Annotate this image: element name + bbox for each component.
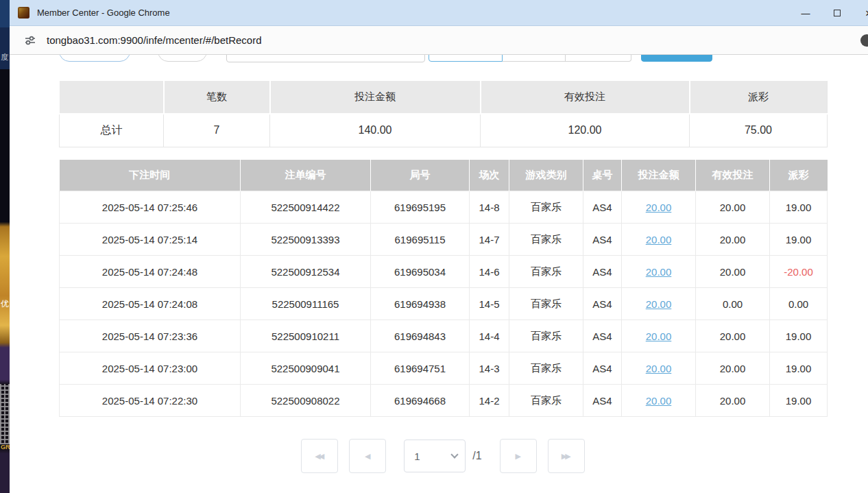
- date-option-button-3[interactable]: [566, 55, 631, 62]
- minimize-icon: —: [801, 9, 810, 18]
- page-select-wrap: 1: [404, 440, 466, 472]
- bet-amount-cell: 20.00: [622, 288, 696, 320]
- header-game-type: 游戏类别: [509, 160, 583, 191]
- table-no-cell: AS4: [583, 385, 622, 417]
- table-row: 2025-05-14 07:23:36 522500910211 6196948…: [60, 320, 828, 352]
- first-page-button[interactable]: ◀◀: [301, 439, 338, 473]
- table-no-cell: AS4: [583, 224, 622, 256]
- table-no-cell: AS4: [583, 288, 622, 320]
- summary-header-valid-bet: 有效投注: [481, 81, 690, 114]
- url-bar: tongbao31.com:9900/infe/mcenter/#/betRec…: [10, 26, 868, 55]
- strip-text-fragment: 度: [1, 53, 8, 61]
- strip-text-fragment: GR: [1, 444, 10, 450]
- session-cell: 14-7: [470, 224, 509, 256]
- last-page-button[interactable]: ▶▶: [548, 439, 585, 473]
- table-row: 2025-05-14 07:23:00 522500909041 6196947…: [60, 352, 828, 385]
- address-url[interactable]: tongbao31.com:9900/infe/mcenter/#/betRec…: [47, 34, 262, 46]
- maximize-button[interactable]: [821, 0, 853, 26]
- table-no-cell: AS4: [583, 191, 622, 224]
- bet-id-cell: 522500910211: [241, 320, 371, 352]
- valid-bet-cell: 20.00: [696, 256, 770, 288]
- bet-id-cell: 522500913393: [241, 224, 371, 256]
- round-cell: 619695195: [371, 191, 470, 224]
- browser-window: Member Center - Google Chrome — ✕: [10, 0, 868, 493]
- bet-record-table: 下注时间 注单编号 局号 场次 游戏类别 桌号 投注金额 有效投注 派彩 202…: [59, 160, 828, 418]
- bet-amount-link[interactable]: 20.00: [646, 266, 672, 278]
- bet-time-cell: 2025-05-14 07:24:08: [60, 288, 241, 320]
- summary-count-value: 7: [164, 114, 270, 147]
- search-input[interactable]: [226, 55, 425, 62]
- header-payout: 派彩: [770, 160, 828, 191]
- bet-amount-link[interactable]: 20.00: [646, 202, 672, 213]
- bet-amount-link[interactable]: 20.00: [646, 234, 672, 245]
- bet-amount-cell: 20.00: [622, 224, 696, 256]
- page-select[interactable]: 1: [404, 440, 466, 472]
- bet-table-header-row: 下注时间 注单编号 局号 场次 游戏类别 桌号 投注金额 有效投注 派彩: [60, 160, 828, 191]
- bet-time-cell: 2025-05-14 07:25:46: [60, 191, 241, 224]
- background-page-strip: 度 优 GR: [0, 0, 10, 493]
- page-total: /1: [472, 450, 481, 462]
- header-valid-bet: 有效投注: [696, 160, 770, 191]
- table-no-cell: AS4: [583, 256, 622, 288]
- page-content: 笔数 投注金额 有效投注 派彩 总计 7 140.00 120.00 75.00: [10, 55, 868, 493]
- prev-page-icon: ◀: [365, 453, 370, 460]
- bet-amount-link[interactable]: 20.00: [646, 330, 672, 342]
- filter-pill-button[interactable]: [59, 55, 130, 62]
- close-icon: ✕: [865, 9, 868, 18]
- summary-header-blank: [60, 81, 164, 114]
- valid-bet-cell: 20.00: [696, 320, 770, 352]
- payout-cell: -20.00: [770, 256, 828, 288]
- site-settings-icon[interactable]: [22, 32, 38, 49]
- payout-cell: 19.00: [770, 320, 828, 352]
- header-bet-time: 下注时间: [60, 160, 241, 191]
- table-no-cell: AS4: [583, 352, 622, 385]
- titlebar: Member Center - Google Chrome — ✕: [10, 0, 868, 26]
- bet-table-body: 2025-05-14 07:25:46 522500914422 6196951…: [60, 191, 828, 417]
- pagination: ◀◀ ◀ 1 /1 ▶ ▶▶: [59, 439, 827, 473]
- valid-bet-cell: 0.00: [696, 288, 770, 320]
- bet-amount-link[interactable]: 20.00: [646, 298, 672, 310]
- game-type-cell: 百家乐: [509, 385, 583, 417]
- session-cell: 14-5: [470, 288, 509, 320]
- table-row: 2025-05-14 07:24:08 522500911165 6196949…: [60, 288, 828, 320]
- payout-cell: 19.00: [770, 385, 828, 417]
- bet-time-cell: 2025-05-14 07:23:00: [60, 352, 241, 385]
- bet-amount-link[interactable]: 20.00: [646, 395, 672, 407]
- minimize-button[interactable]: —: [790, 0, 821, 26]
- table-no-cell: AS4: [583, 320, 622, 352]
- header-round: 局号: [371, 160, 470, 191]
- summary-bet-amount-value: 140.00: [270, 114, 481, 147]
- close-button[interactable]: ✕: [853, 0, 868, 26]
- payout-cell: 0.00: [770, 288, 828, 320]
- session-cell: 14-2: [470, 385, 509, 417]
- bet-amount-link[interactable]: 20.00: [646, 363, 672, 374]
- prev-page-button[interactable]: ◀: [349, 439, 386, 473]
- summary-payout-value: 75.00: [690, 114, 828, 147]
- payout-cell: 19.00: [770, 224, 828, 256]
- payout-cell: 19.00: [770, 191, 828, 224]
- game-type-cell: 百家乐: [509, 256, 583, 288]
- valid-bet-cell: 20.00: [696, 191, 770, 224]
- bet-id-cell: 522500911165: [241, 288, 371, 320]
- search-submit-button[interactable]: [641, 55, 712, 62]
- game-type-cell: 百家乐: [509, 191, 583, 224]
- bet-id-cell: 522500912534: [241, 256, 371, 288]
- session-cell: 14-4: [470, 320, 509, 352]
- secondary-pill-button[interactable]: [158, 55, 207, 62]
- bet-time-cell: 2025-05-14 07:24:48: [60, 256, 241, 288]
- summary-header-row: 笔数 投注金额 有效投注 派彩: [60, 81, 828, 114]
- summary-header-bet-amount: 投注金额: [270, 81, 481, 114]
- date-option-button-2[interactable]: [503, 55, 566, 62]
- next-page-button[interactable]: ▶: [500, 439, 537, 473]
- round-cell: 619694843: [371, 320, 470, 352]
- summary-header-payout: 派彩: [690, 81, 828, 114]
- bet-amount-cell: 20.00: [622, 320, 696, 352]
- valid-bet-cell: 20.00: [696, 352, 770, 385]
- table-row: 2025-05-14 07:24:48 522500912534 6196950…: [60, 256, 828, 288]
- header-bet-amount: 投注金额: [622, 160, 696, 191]
- bet-time-cell: 2025-05-14 07:22:30: [60, 385, 241, 417]
- date-option-button-1[interactable]: [429, 55, 503, 62]
- bet-amount-cell: 20.00: [622, 352, 696, 385]
- qr-code-fragment: [0, 384, 10, 444]
- browser-right-icon[interactable]: [860, 34, 868, 47]
